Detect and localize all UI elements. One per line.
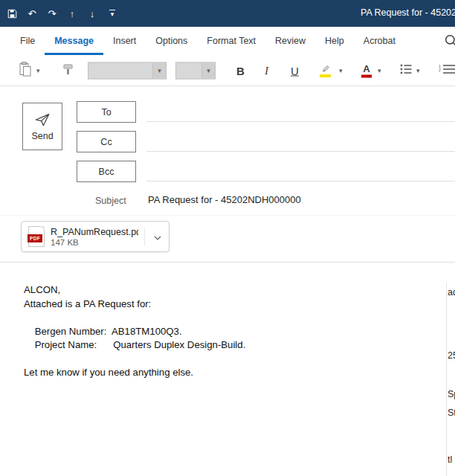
tab-insert[interactable]: Insert — [103, 27, 146, 55]
format-painter-icon[interactable] — [62, 63, 74, 78]
svg-text:2: 2 — [439, 67, 441, 71]
attachment-chip[interactable]: PDF R_PANumRequest.pdf 147 KB — [21, 221, 170, 252]
background-window-edge — [446, 283, 447, 476]
background-text-fragment: 25 — [448, 350, 455, 361]
attachment-filename: R_PANumRequest.pdf — [51, 227, 138, 237]
bcc-button[interactable]: Bcc — [77, 161, 136, 182]
to-button[interactable]: To — [77, 101, 136, 123]
title-bar: ↶ ↷ ↑ ↓ ▾ PA Request for - 45202 — [0, 0, 455, 27]
italic-button[interactable]: I — [265, 65, 268, 76]
send-button-label: Send — [31, 131, 53, 141]
background-text-fragment: St — [448, 408, 455, 418]
attachment-dropdown-icon[interactable] — [151, 230, 164, 243]
to-field[interactable] — [146, 106, 455, 122]
pdf-file-icon: PDF — [28, 226, 45, 247]
paste-dropdown-icon[interactable]: ▾ — [36, 67, 40, 74]
move-up-icon[interactable]: ↑ — [66, 7, 78, 20]
paste-icon[interactable] — [19, 62, 31, 80]
bcc-field[interactable] — [146, 165, 455, 181]
attachment-area-divider — [0, 262, 455, 263]
pdf-badge: PDF — [28, 234, 42, 242]
cc-button[interactable]: Cc — [77, 131, 136, 152]
bold-button[interactable]: B — [236, 65, 245, 76]
attachment-size: 147 KB — [51, 238, 138, 247]
window-title: PA Request for - 45202 — [361, 7, 455, 18]
highlight-dropdown-icon[interactable]: ▾ — [339, 67, 343, 74]
undo-icon[interactable]: ↶ — [26, 7, 38, 20]
background-text-fragment: ad — [448, 287, 455, 298]
attachment-separator — [144, 228, 145, 245]
message-body-editor[interactable]: ALCON, Attached is a PA Request for: Ber… — [24, 283, 445, 380]
chevron-down-icon: ▾ — [207, 67, 210, 74]
bullets-icon[interactable] — [400, 64, 412, 77]
background-text-fragment: tl — [448, 454, 452, 465]
ribbon-toolbar: ▾ ▾ ▾ B I U ▾ A ▾ — [0, 55, 455, 86]
body-line: ALCON, — [24, 283, 445, 298]
font-size-select: ▾ — [175, 62, 216, 79]
move-down-icon[interactable]: ↓ — [86, 7, 98, 20]
background-text-fragment: Sp — [448, 389, 455, 399]
subject-label: Subject — [95, 196, 126, 206]
send-plane-icon — [33, 112, 51, 128]
font-color-bar — [361, 74, 372, 77]
customize-quick-access-icon[interactable]: ▾ — [106, 7, 118, 20]
tab-help[interactable]: Help — [315, 27, 354, 55]
body-line — [24, 311, 445, 325]
ribbon-tab-row: File Message Insert Options Format Text … — [0, 27, 455, 55]
font-color-dropdown-icon[interactable]: ▾ — [378, 67, 381, 74]
subject-divider — [0, 215, 455, 216]
font-name-select: ▾ — [88, 62, 167, 79]
body-line: Attached is a PA Request for: — [24, 298, 445, 312]
tab-review[interactable]: Review — [265, 27, 315, 55]
body-line: Project Name: Quarters Duplex Design-Bui… — [24, 338, 445, 353]
search-icon[interactable] — [445, 34, 455, 48]
body-line: Let me know if you need anything else. — [24, 366, 445, 380]
cc-field[interactable] — [146, 135, 455, 152]
body-line: Bergen Number: AB18TM100Q3. — [24, 325, 445, 339]
tab-file[interactable]: File — [10, 27, 45, 55]
bullets-dropdown-icon[interactable]: ▾ — [416, 67, 420, 74]
tab-options[interactable]: Options — [146, 27, 197, 55]
quick-access-toolbar: ↶ ↷ ↑ ↓ ▾ — [6, 0, 118, 27]
redo-icon[interactable]: ↷ — [46, 7, 58, 20]
send-button[interactable]: Send — [22, 103, 62, 150]
chevron-down-icon: ▾ — [158, 67, 161, 74]
page-fold — [40, 226, 45, 231]
highlight-color-icon[interactable] — [320, 64, 331, 77]
chevron-down-icon: ▾ — [111, 11, 114, 18]
highlight-color-bar — [320, 74, 331, 77]
subject-field[interactable]: PA Request for - 45202NDH000000 — [148, 194, 301, 205]
attachment-meta: R_PANumRequest.pdf 147 KB — [51, 227, 138, 247]
outlook-compose-window: ↶ ↷ ↑ ↓ ▾ PA Request for - 45202 File Me… — [0, 0, 455, 476]
underline-button[interactable]: U — [291, 65, 299, 76]
numbering-icon[interactable]: 1 2 — [439, 64, 455, 77]
body-line — [24, 353, 445, 367]
tab-acrobat[interactable]: Acrobat — [354, 27, 405, 55]
font-color-icon[interactable]: A — [361, 63, 372, 77]
tab-message[interactable]: Message — [45, 27, 103, 55]
font-color-letter: A — [363, 63, 370, 73]
save-icon[interactable] — [6, 7, 18, 20]
tab-format-text[interactable]: Format Text — [197, 27, 265, 55]
